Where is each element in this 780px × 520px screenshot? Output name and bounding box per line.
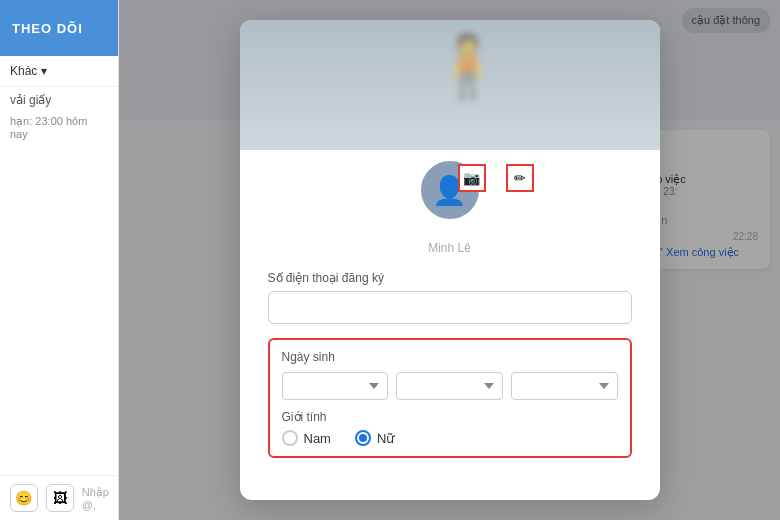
sidebar-bottom: 😊 🖼 Nhập @, <box>0 475 119 520</box>
camera-icon-box[interactable]: 📷 <box>458 164 486 192</box>
edit-icon-box[interactable]: ✏ <box>506 164 534 192</box>
edit-icon: ✏ <box>514 170 526 186</box>
birthday-label: Ngày sinh <box>282 350 618 364</box>
month-select[interactable] <box>396 372 503 400</box>
gender-male-option[interactable]: Nam <box>282 430 331 446</box>
phone-input[interactable] <box>268 291 632 324</box>
profile-image-area: 🧍 <box>240 20 660 150</box>
birthday-gender-section: Ngày sinh Giới tính <box>268 338 632 458</box>
gender-female-label: Nữ <box>377 431 394 446</box>
sidebar-item-1[interactable]: vải giấy <box>0 87 118 113</box>
modal-footer: Hủy → Cập nhật <box>240 492 660 500</box>
radio-female-inner <box>359 434 367 442</box>
username-display: Minh Lê <box>240 240 660 255</box>
gender-male-label: Nam <box>304 431 331 446</box>
chat-input-preview: Nhập @, <box>82 486 109 511</box>
sidebar-deadline-1: hạn: 23:00 hôm nay <box>0 113 118 146</box>
sidebar: THEO DÕI Khác ▾ vải giấy hạn: 23:00 hôm … <box>0 0 119 520</box>
app-layout: THEO DÕI Khác ▾ vải giấy hạn: 23:00 hôm … <box>0 0 780 520</box>
emoji-button[interactable]: 😊 <box>10 484 38 512</box>
camera-icon: 📷 <box>463 170 480 186</box>
sidebar-filter[interactable]: Khác ▾ <box>0 56 118 87</box>
gender-options: Nam Nữ <box>282 430 618 446</box>
year-select[interactable] <box>511 372 618 400</box>
profile-modal: 🧍 👤 📷 ✏ Minh Lê <box>240 20 660 500</box>
day-select[interactable] <box>282 372 389 400</box>
sidebar-title: THEO DÕI <box>0 0 118 56</box>
gender-female-option[interactable]: Nữ <box>355 430 394 446</box>
right-panel: cậu đặt thông hôm nay Task To-do list Bạ… <box>119 0 780 520</box>
image-button[interactable]: 🖼 <box>46 484 74 512</box>
phone-label: Số điện thoại đăng ký <box>268 271 632 285</box>
birthday-selects <box>282 372 618 400</box>
radio-female[interactable] <box>355 430 371 446</box>
modal-overlay[interactable]: 🧍 👤 📷 ✏ Minh Lê <box>119 0 780 520</box>
gender-label: Giới tính <box>282 410 618 424</box>
chevron-down-icon: ▾ <box>41 64 47 78</box>
radio-male[interactable] <box>282 430 298 446</box>
modal-body: Số điện thoại đăng ký Ngày sinh <box>240 255 660 492</box>
